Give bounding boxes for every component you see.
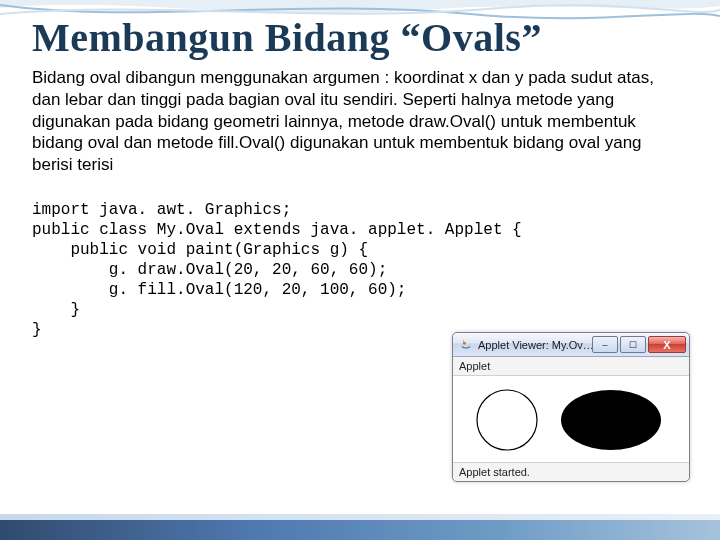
- slide: Membangun Bidang “Ovals” Bidang oval dib…: [0, 0, 720, 540]
- window-buttons: – ☐ X: [592, 336, 689, 353]
- menubar[interactable]: Applet: [453, 357, 689, 376]
- slide-body-text: Bidang oval dibangun menggunakan argumen…: [32, 67, 672, 176]
- code-line: public void paint(Graphics g) {: [32, 241, 368, 259]
- minimize-button[interactable]: –: [592, 336, 618, 353]
- slide-title: Membangun Bidang “Ovals”: [32, 14, 688, 61]
- decorative-bottom-bar: [0, 520, 720, 540]
- drawn-oval: [477, 390, 537, 450]
- code-block: import java. awt. Graphics; public class…: [32, 200, 688, 340]
- code-line: import java. awt. Graphics;: [32, 201, 291, 219]
- statusbar: Applet started.: [453, 462, 689, 481]
- java-icon: [459, 338, 473, 352]
- code-line: }: [32, 301, 80, 319]
- close-button[interactable]: X: [648, 336, 686, 353]
- window-title: Applet Viewer: My.Ov…: [478, 339, 592, 351]
- code-line: g. draw.Oval(20, 20, 60, 60);: [32, 261, 387, 279]
- filled-oval: [561, 390, 661, 450]
- applet-canvas: [453, 376, 689, 462]
- code-line: g. fill.Oval(120, 20, 100, 60);: [32, 281, 406, 299]
- maximize-button[interactable]: ☐: [620, 336, 646, 353]
- titlebar[interactable]: Applet Viewer: My.Ov… – ☐ X: [453, 333, 689, 357]
- applet-viewer-window: Applet Viewer: My.Ov… – ☐ X Applet Apple…: [452, 332, 690, 482]
- code-line: }: [32, 321, 42, 339]
- code-line: public class My.Oval extends java. apple…: [32, 221, 522, 239]
